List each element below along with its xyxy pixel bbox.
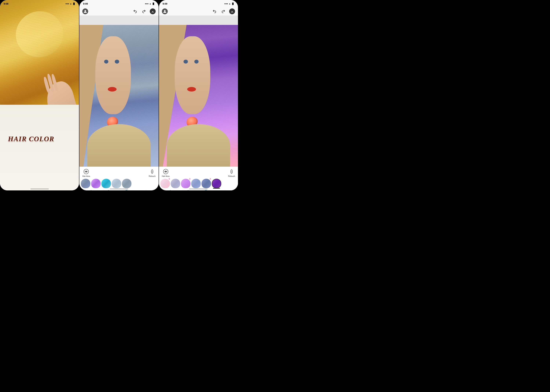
swatch-3-4[interactable] bbox=[202, 179, 211, 188]
eraser-tool-3[interactable]: Eraser bbox=[185, 190, 190, 190]
retouch-icon-3 bbox=[228, 168, 235, 175]
body-3 bbox=[167, 124, 230, 167]
wifi-icon-2: ▲ bbox=[149, 3, 151, 5]
add-color-tool-2[interactable]: Add Color bbox=[142, 190, 150, 190]
hair-area-icon-2 bbox=[83, 168, 89, 175]
home-indicator-1 bbox=[30, 189, 49, 189]
retouch-btn-3[interactable]: Retouch bbox=[228, 168, 235, 177]
toolbar-top-row-2: Hair Area Retouch bbox=[80, 167, 158, 178]
color-icon-2 bbox=[124, 190, 129, 190]
color-icon-3 bbox=[204, 190, 208, 190]
signal-icon: ●●● bbox=[65, 3, 69, 5]
svg-point-5 bbox=[165, 171, 166, 172]
avatar-icon-3[interactable] bbox=[162, 8, 168, 14]
hair-area-btn-3[interactable]: Hair Area bbox=[162, 168, 170, 177]
phone-splash: 9:08 ●●● ▲ ▐▌ HAIR COLOR HAIR COLOR bbox=[0, 0, 79, 190]
color-tool-2[interactable]: Color bbox=[124, 190, 129, 190]
status-bar-3: 9:09 ●●● ▲ ▐▌ bbox=[159, 0, 238, 7]
swatch-2-1[interactable] bbox=[91, 179, 101, 188]
wifi-icon-3: ▲ bbox=[229, 3, 231, 5]
add-color-icon-3 bbox=[224, 190, 228, 190]
swatch-3-5[interactable] bbox=[212, 179, 221, 188]
swatch-3-3[interactable] bbox=[191, 179, 201, 188]
hair-title: HAIR COLOR bbox=[8, 135, 54, 143]
retouch-icon-2 bbox=[149, 168, 155, 175]
swatch-3-2[interactable] bbox=[181, 179, 190, 188]
status-icons-1: ●●● ▲ ▐▌ bbox=[65, 3, 75, 5]
photo-area-3 bbox=[159, 25, 238, 167]
battery-icon-3: ▐▌ bbox=[231, 3, 234, 5]
retouch-label-2: Retouch bbox=[149, 175, 155, 177]
bottom-toolbar-3: Hair Area Retouch Paint bbox=[159, 167, 238, 190]
download-button-2[interactable] bbox=[150, 8, 156, 14]
swatch-3-0[interactable] bbox=[160, 179, 170, 188]
svg-point-2 bbox=[86, 171, 87, 172]
phone-editor-blue: 9:09 ●●● ▲ ▐▌ bbox=[80, 0, 158, 190]
header-icons-right-2 bbox=[132, 8, 156, 14]
swatch-2-4[interactable] bbox=[122, 179, 131, 188]
status-time-1: 9:08 bbox=[4, 2, 8, 5]
redo-button-2[interactable] bbox=[141, 8, 147, 14]
color-swatches-2 bbox=[80, 178, 158, 189]
battery-icon: ▐▌ bbox=[72, 3, 76, 5]
add-color-tool-3[interactable]: Add Color bbox=[222, 190, 230, 190]
svg-point-0 bbox=[85, 10, 86, 12]
hair-area-label-2: Hair Area bbox=[82, 175, 90, 177]
photo-area-2 bbox=[80, 25, 158, 167]
swatch-2-3[interactable] bbox=[112, 179, 121, 188]
color-swatches-3 bbox=[159, 178, 238, 189]
eraser-icon-2 bbox=[106, 190, 110, 190]
editor-header-3 bbox=[159, 7, 238, 16]
undo-button-3[interactable] bbox=[212, 8, 217, 14]
status-icons-2: ●●● ▲ ▐▌ bbox=[145, 3, 155, 5]
swatch-2-2[interactable] bbox=[101, 179, 111, 188]
status-time-3: 9:09 bbox=[163, 2, 167, 5]
editor-header-2 bbox=[80, 7, 158, 16]
home-indicator-3 bbox=[189, 189, 208, 189]
retouch-btn-2[interactable]: Retouch bbox=[149, 168, 155, 177]
toolbar-top-row-3: Hair Area Retouch bbox=[159, 167, 238, 178]
swatch-2-0[interactable] bbox=[81, 179, 90, 188]
status-bar-1: 9:08 ●●● ▲ ▐▌ bbox=[0, 0, 79, 7]
header-icons-right-3 bbox=[212, 8, 235, 14]
paint-tool-3[interactable]: Paint bbox=[167, 190, 171, 190]
wifi-icon: ▲ bbox=[70, 3, 72, 5]
eraser-icon-3 bbox=[186, 190, 189, 190]
hair-area-btn-2[interactable]: Hair Area bbox=[82, 168, 90, 177]
download-button-3[interactable] bbox=[229, 8, 235, 14]
white-area bbox=[0, 105, 79, 190]
face-2 bbox=[95, 36, 131, 114]
home-indicator-2 bbox=[110, 189, 128, 189]
swatch-3-1[interactable] bbox=[171, 179, 180, 188]
signal-icon-3: ●●● bbox=[224, 3, 228, 5]
status-icons-3: ●●● ▲ ▐▌ bbox=[224, 3, 234, 5]
status-time-2: 9:09 bbox=[83, 2, 88, 5]
bottom-toolbar-2: Hair Area Retouch Paint bbox=[80, 167, 158, 190]
signal-icon-2: ●●● bbox=[145, 3, 149, 5]
retouch-label-3: Retouch bbox=[228, 175, 235, 177]
splash-content: HAIR COLOR HAIR COLOR bbox=[0, 0, 79, 190]
status-bar-2: 9:09 ●●● ▲ ▐▌ bbox=[80, 0, 158, 7]
body-2 bbox=[87, 124, 151, 167]
add-color-icon-2 bbox=[144, 190, 148, 190]
hair-area-icon-3 bbox=[162, 168, 169, 175]
eraser-tool-2[interactable]: Eraser bbox=[105, 190, 111, 190]
phone-editor-purple: 9:09 ●●● ▲ ▐▌ bbox=[159, 0, 238, 190]
paint-tool-2[interactable]: Paint bbox=[88, 190, 92, 190]
photo-placeholder-2 bbox=[80, 16, 158, 25]
photo-placeholder-3 bbox=[159, 16, 238, 25]
color-tool-3[interactable]: Color bbox=[204, 190, 208, 190]
paint-icon-2 bbox=[88, 190, 92, 190]
svg-point-3 bbox=[164, 10, 166, 12]
face-3 bbox=[175, 36, 210, 114]
hair-area-label-3: Hair Area bbox=[162, 175, 170, 177]
paint-icon-3 bbox=[167, 190, 171, 190]
redo-button-3[interactable] bbox=[220, 8, 226, 14]
undo-button-2[interactable] bbox=[132, 8, 138, 14]
avatar-icon-2[interactable] bbox=[82, 8, 88, 14]
battery-icon-2: ▐▌ bbox=[152, 3, 155, 5]
